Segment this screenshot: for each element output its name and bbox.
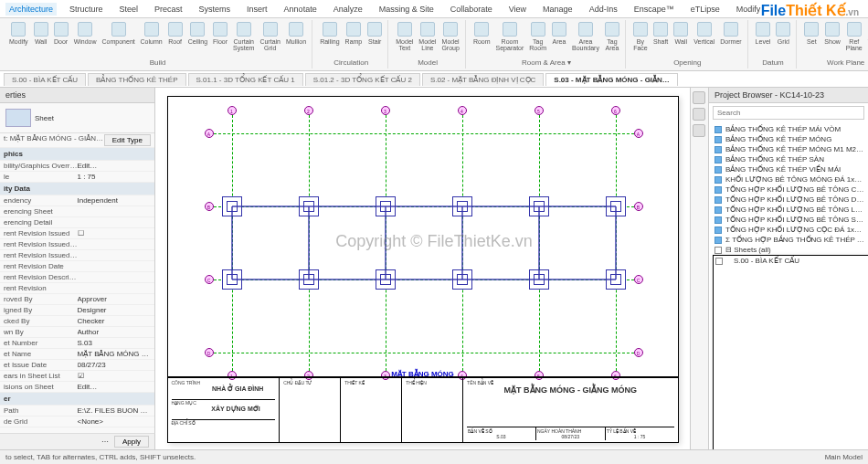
props-row[interactable]: rent Revision Issued To [0,250,154,261]
ribbon-button[interactable]: Tag Room [529,22,546,51]
ribbon-button[interactable]: Ref Plane [846,22,863,51]
document-tab[interactable]: S.01.1 - 3D TỔNG KẾT CẤU 1 [188,73,303,86]
ribbon-tab[interactable]: Enscape™ [630,3,678,16]
props-row[interactable]: igned ByDesigner [0,305,154,316]
ribbon-button[interactable]: Curtain System [233,22,254,51]
ribbon-tab[interactable]: Structure [66,3,107,16]
tree-schedule-item[interactable]: TỔNG HỢP KHỐI LƯỢNG BÊ TÔNG LÓT … [713,205,864,215]
ribbon-button[interactable]: Model Line [418,22,436,51]
props-row[interactable]: isions on SheetEdit… [0,382,154,393]
document-tab[interactable]: S.02 - MẶT BẰNG ĐỊNH VỊ CỌC [422,73,544,86]
ribbon-button[interactable]: By Face [633,22,648,51]
props-value[interactable] [78,218,152,227]
tree-schedule-item[interactable]: TỔNG HỢP KHỐI LƯỢNG BÊ TÔNG DẦM ĐÁ … [713,195,864,205]
props-value[interactable]: Author [78,328,152,336]
ribbon-button[interactable]: Modify [9,22,28,51]
ribbon-button[interactable]: Stair [367,22,382,45]
tree-schedule-item[interactable]: BẢNG THỐNG KÊ THÉP MÓNG M1 M2 M3 [713,144,864,154]
properties-type-selector[interactable]: Sheet [0,103,154,133]
props-row[interactable]: rent Revision Descripti… [0,272,154,283]
props-value[interactable]: E:\Z. FILES BUON BAN\N… [78,406,152,415]
props-row[interactable]: bility/Graphics Overrid…Edit… [0,161,154,172]
ribbon-tab[interactable]: Insert [243,3,271,16]
document-tab[interactable]: S.01.2 - 3D TỔNG KẾT CẤU 2 [305,73,420,86]
tree-schedule-item[interactable]: BẢNG THỐNG KÊ THÉP VIỀN MÁI [713,164,864,174]
props-row[interactable]: erencing Sheet [0,206,154,217]
status-model[interactable]: Main Model [825,453,863,461]
tree-schedule-item[interactable]: TỔNG HỢP KHỐI LƯỢNG CỌC ĐÁ 1x2 M250 … [713,225,864,235]
browser-search-input[interactable] [713,106,864,120]
props-value[interactable]: Independent [78,196,152,205]
ribbon-tab[interactable]: Annotate [281,3,321,16]
ribbon-button[interactable]: Door [54,22,69,51]
document-tab[interactable]: BẢNG THỐNG KÊ THÉP [88,73,185,86]
ribbon-tab[interactable]: Collaborate [447,3,496,16]
props-value[interactable]: Edit… [78,162,152,170]
props-value[interactable]: ☐ [78,229,152,237]
apply-button[interactable]: Apply [114,436,149,448]
ribbon-button[interactable]: Roof [168,22,183,51]
props-row[interactable]: cked ByChecker [0,316,154,327]
props-row[interactable]: et NumberS.03 [0,338,154,349]
props-row[interactable]: roved ByApprover [0,294,154,305]
ribbon-tab[interactable]: Add-Ins [586,3,621,16]
ribbon-button[interactable]: Room Separator [496,22,524,51]
ribbon-button[interactable]: Grid [776,22,790,45]
props-row[interactable]: erencing Detail [0,217,154,228]
ribbon-button[interactable]: Window [74,22,97,51]
ribbon-tab[interactable]: Modify [733,3,765,16]
tree-sheposition-header[interactable]: ⊟ Sheets (all) [713,245,864,255]
ribbon-tab[interactable]: Steel [116,3,143,16]
props-value[interactable]: Approver [78,295,152,303]
document-tab[interactable]: S.03 - MẶT BẰNG MÓNG - GIẰN… [545,73,678,86]
ribbon-tab[interactable]: View [505,3,530,16]
ribbon-button[interactable]: Curtain Grid [259,22,281,51]
props-value[interactable]: MẶT BẰNG MÓNG - GIẰ… [78,350,152,358]
ribbon-button[interactable]: Wall [34,22,48,51]
props-row[interactable]: wn ByAuthor [0,327,154,338]
ribbon-button[interactable]: Vertical [693,22,715,51]
ribbon-tab[interactable]: Precast [151,3,186,16]
props-value[interactable]: Checker [78,317,152,325]
props-row[interactable]: rent Revision Issued By [0,239,154,250]
drawing-canvas[interactable]: 112233445566AABBCCDD MẶT BẰNG MÓNG CÔNG … [155,88,690,451]
ribbon-button[interactable]: Component [102,22,135,51]
props-value[interactable] [78,240,152,248]
ribbon-button[interactable]: Mullion [286,22,306,51]
props-row[interactable]: rent Revision [0,283,154,294]
ribbon-button[interactable]: Room [473,22,491,51]
document-tab[interactable]: S.00 - BÌA KẾT CẤU [4,73,86,86]
props-row[interactable]: ears in Sheet List☑ [0,371,154,382]
props-value[interactable] [78,262,152,270]
ribbon-button[interactable]: Ramp [345,22,363,45]
ribbon-tab[interactable]: Analyze [330,3,366,16]
props-row[interactable]: endencyIndependent [0,195,154,206]
props-row[interactable]: de Grid<None> [0,417,154,427]
tree-schedule-item[interactable]: TỔNG HỢP KHỐI LƯỢNG BÊ TÔNG SÀN … [713,215,864,225]
ribbon-tab[interactable]: Massing & Site [376,3,438,16]
ribbon-button[interactable]: Model Text [396,22,413,51]
ribbon-button[interactable]: Dormer [720,22,741,51]
ribbon-button[interactable]: Shaft [653,22,668,51]
ribbon-tab[interactable]: eTLipse [687,3,724,16]
tree-schedule-item[interactable]: BẢNG THỐNG KÊ THÉP MÓNG [713,134,864,144]
ribbon-button[interactable]: Wall [673,22,688,51]
home-icon[interactable] [693,108,705,121]
edit-type-button[interactable]: Edit Type [104,134,151,146]
ribbon-button[interactable]: Area Boundary [572,22,599,51]
props-value[interactable]: Designer [78,306,152,314]
ribbon-tab[interactable]: Systems [196,3,235,16]
props-row[interactable]: et Issue Date08/27/23 [0,360,154,371]
tree-schedule-item[interactable]: BẢNG THỐNG KÊ THÉP MÁI VÒM [713,124,864,134]
props-value[interactable]: S.03 [78,339,152,347]
props-row[interactable]: rent Revision Issued☐ [0,228,154,239]
props-row[interactable]: PathE:\Z. FILES BUON BAN\N… [0,406,154,417]
props-section-header[interactable]: phics [0,148,154,161]
ribbon-button[interactable]: Ceiling [188,22,207,51]
props-section-header[interactable]: er [0,393,154,406]
ribbon-button[interactable]: Set [804,22,819,51]
props-row[interactable]: le1 : 75 [0,172,154,183]
tree-schedule-item[interactable]: TỔNG HỢP KHỐI LƯỢNG BÊ TÔNG CỘT ĐÁ … [713,185,864,195]
tree-schedule-item[interactable]: Σ TỔNG HỢP BẢNG THỐNG KÊ THÉP THEO C… [713,235,864,245]
ribbon-tab[interactable]: Architecture [5,3,57,16]
